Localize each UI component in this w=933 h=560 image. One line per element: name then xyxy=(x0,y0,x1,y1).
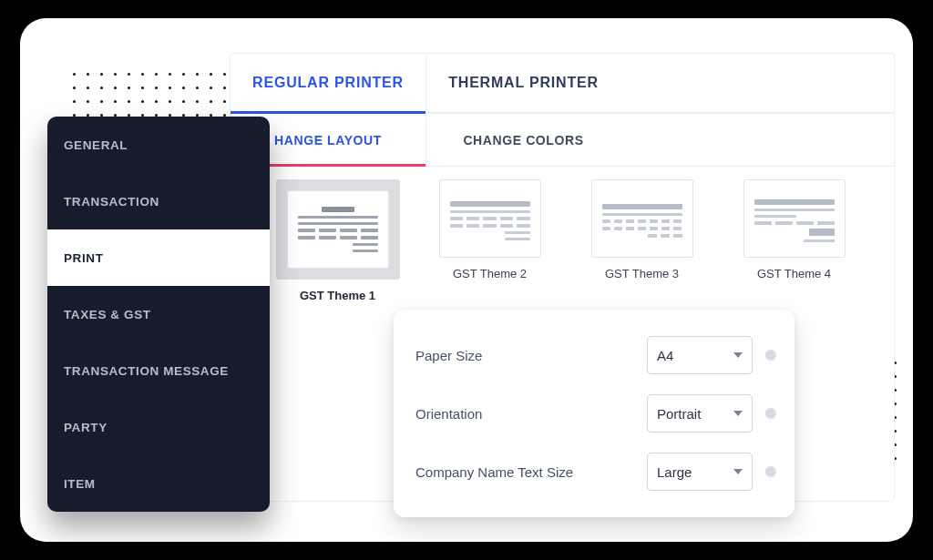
info-icon[interactable] xyxy=(765,408,776,419)
select-value: Large xyxy=(657,464,692,480)
sidebar-item-label: PRINT xyxy=(64,251,104,265)
paper-size-select[interactable]: A4 xyxy=(647,336,753,374)
theme-thumbnail-icon xyxy=(439,179,541,258)
select-value: Portrait xyxy=(657,406,701,422)
theme-option-gst-4[interactable]: GST Theme 4 xyxy=(731,179,857,302)
theme-option-gst-3[interactable]: GST Theme 3 xyxy=(579,179,705,302)
settings-sidebar: GENERAL TRANSACTION PRINT TAXES & GST TR… xyxy=(47,117,270,512)
theme-label: GST Theme 3 xyxy=(605,267,679,280)
setting-paper-size: Paper Size A4 xyxy=(415,326,776,384)
theme-thumbnail-icon xyxy=(287,190,389,269)
sidebar-item-label: TAXES & GST xyxy=(64,308,151,321)
sidebar-item-transaction[interactable]: TRANSACTION xyxy=(47,173,270,229)
sidebar-item-label: PARTY xyxy=(64,421,108,434)
app-frame: REGULAR PRINTER THERMAL PRINTER HANGE LA… xyxy=(20,18,913,542)
setting-company-name-text-size: Company Name Text Size Large xyxy=(415,443,776,501)
setting-label: Company Name Text Size xyxy=(415,464,647,480)
layout-color-tabs: HANGE LAYOUT CHANGE COLORS xyxy=(231,114,894,167)
chevron-down-icon xyxy=(733,411,743,416)
decorative-dots-top-left xyxy=(73,73,226,117)
sidebar-item-item[interactable]: ITEM xyxy=(47,455,270,512)
tab-label: REGULAR PRINTER xyxy=(252,75,404,91)
tab-change-colors[interactable]: CHANGE COLORS xyxy=(425,114,620,166)
sidebar-item-label: TRANSACTION MESSAGE xyxy=(64,364,229,378)
theme-thumbnail-icon xyxy=(743,179,846,258)
company-name-text-size-select[interactable]: Large xyxy=(647,453,753,491)
tab-thermal-printer[interactable]: THERMAL PRINTER xyxy=(425,54,620,112)
printer-type-tabs: REGULAR PRINTER THERMAL PRINTER xyxy=(231,54,894,114)
setting-orientation: Orientation Portrait xyxy=(415,384,776,443)
setting-label: Paper Size xyxy=(415,348,647,363)
theme-label: GST Theme 1 xyxy=(300,289,375,302)
info-icon[interactable] xyxy=(765,350,776,361)
theme-option-gst-1[interactable]: GST Theme 1 xyxy=(274,179,401,302)
orientation-select[interactable]: Portrait xyxy=(647,394,753,433)
tab-regular-printer[interactable]: REGULAR PRINTER xyxy=(231,54,425,112)
sidebar-item-label: TRANSACTION xyxy=(64,195,159,209)
theme-option-gst-2[interactable]: GST Theme 2 xyxy=(426,179,553,302)
sidebar-item-party[interactable]: PARTY xyxy=(47,399,270,455)
tab-label: THERMAL PRINTER xyxy=(448,75,599,91)
theme-thumbnail-icon xyxy=(591,179,693,258)
theme-list: GST Theme 1 GST Theme 2 GST Theme 3 GST … xyxy=(231,167,894,310)
chevron-down-icon xyxy=(733,352,743,358)
theme-label: GST Theme 4 xyxy=(757,267,831,280)
sidebar-item-transaction-message[interactable]: TRANSACTION MESSAGE xyxy=(47,342,270,399)
chevron-down-icon xyxy=(733,469,743,474)
sidebar-item-taxes-gst[interactable]: TAXES & GST xyxy=(47,286,270,342)
sidebar-item-label: ITEM xyxy=(64,477,96,491)
tab-label: HANGE LAYOUT xyxy=(274,133,382,148)
sidebar-item-label: GENERAL xyxy=(64,138,128,152)
tab-label: CHANGE COLORS xyxy=(463,133,583,148)
info-icon[interactable] xyxy=(765,466,776,477)
sidebar-item-general[interactable]: GENERAL xyxy=(47,117,270,173)
sidebar-item-print[interactable]: PRINT xyxy=(47,229,270,286)
setting-label: Orientation xyxy=(415,406,647,422)
print-options-card: Paper Size A4 Orientation Portrait Compa… xyxy=(394,310,795,517)
select-value: A4 xyxy=(657,348,673,363)
theme-label: GST Theme 2 xyxy=(453,267,527,280)
